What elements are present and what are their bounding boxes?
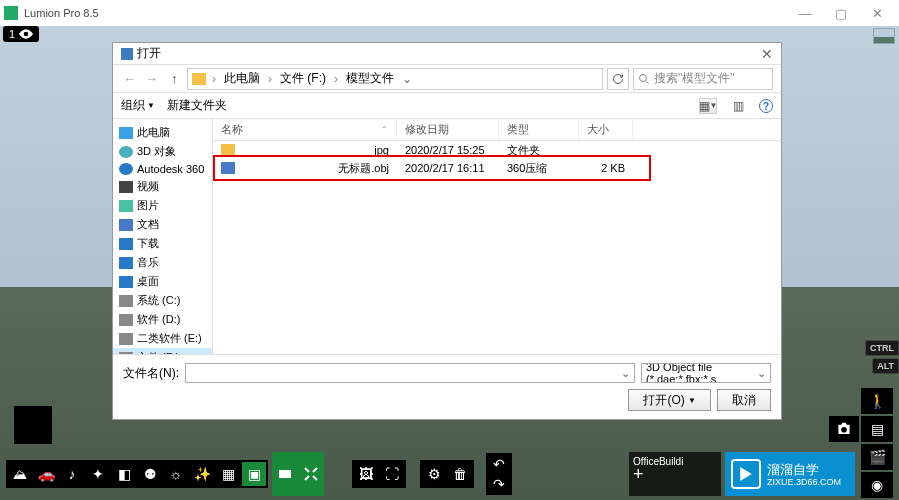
dialog-footer: 文件名(N): ⌄ 3D Object file (*.dae;*.fbx;*.… bbox=[113, 354, 781, 419]
tree-item[interactable]: 视频 bbox=[113, 177, 212, 196]
undo-icon[interactable]: ↶ bbox=[488, 455, 510, 473]
organize-menu[interactable]: 组织▼ bbox=[121, 97, 155, 114]
search-icon bbox=[638, 73, 650, 85]
file-list-rows[interactable]: jpg2020/2/17 15:25文件夹无标题.obj2020/2/17 16… bbox=[213, 141, 781, 354]
trash-icon[interactable]: 🗑 bbox=[448, 462, 472, 486]
tree-item[interactable]: 二类软件 (E:) bbox=[113, 329, 212, 348]
ctrl-key-hint: CTRL bbox=[865, 340, 899, 356]
tree-item[interactable]: 此电脑 bbox=[113, 123, 212, 142]
drive-icon bbox=[119, 238, 133, 250]
indoor-tool-icon[interactable]: ◧ bbox=[112, 462, 136, 486]
viewport-thumbnail[interactable] bbox=[873, 28, 895, 44]
transport-tool-icon[interactable]: 🚗 bbox=[34, 462, 58, 486]
maximize-button[interactable]: ▢ bbox=[823, 4, 859, 22]
tree-label: 文档 bbox=[137, 217, 159, 232]
tree-item[interactable]: Autodesk 360 bbox=[113, 161, 212, 177]
lights-tool-icon[interactable]: ✨ bbox=[190, 462, 214, 486]
filetype-combo[interactable]: 3D Object file (*.dae;*.fbx;*.s⌄ bbox=[641, 363, 771, 383]
tree-item[interactable]: 下载 bbox=[113, 234, 212, 253]
tree-item[interactable]: 3D 对象 bbox=[113, 142, 212, 161]
tree-label: 二类软件 (E:) bbox=[137, 331, 202, 346]
effects-tool-icon[interactable]: ✦ bbox=[86, 462, 110, 486]
preview-pane-button[interactable]: ▥ bbox=[729, 98, 747, 114]
tree-label: 音乐 bbox=[137, 255, 159, 270]
edit-tools: ⚙ 🗑 bbox=[420, 460, 474, 488]
panorama-mode-icon[interactable]: ◉ bbox=[861, 472, 893, 498]
tree-item[interactable]: 文档 bbox=[113, 215, 212, 234]
layer-count: 1 bbox=[9, 28, 15, 40]
tree-label: 此电脑 bbox=[137, 125, 170, 140]
tree-item[interactable]: 图片 bbox=[113, 196, 212, 215]
place-tool-icon[interactable] bbox=[272, 452, 298, 496]
render-mode-icon[interactable]: ▤ bbox=[861, 416, 893, 442]
drive-icon bbox=[119, 333, 133, 345]
back-button[interactable]: ← bbox=[121, 70, 139, 88]
add-model-icon[interactable]: + bbox=[633, 467, 717, 481]
file-list-header[interactable]: 名称⌃ 修改日期 类型 大小 bbox=[213, 119, 781, 141]
model-label-card[interactable]: OfficeBuildi + bbox=[629, 452, 721, 496]
app-title: Lumion Pro 8.5 bbox=[24, 7, 99, 19]
drive-icon bbox=[119, 257, 133, 269]
filename-combo[interactable]: ⌄ bbox=[185, 363, 635, 383]
people-tool-icon[interactable]: ⚉ bbox=[138, 462, 162, 486]
layer-badge[interactable]: 1 bbox=[3, 26, 39, 42]
dialog-title: 打开 bbox=[137, 45, 161, 62]
eye-icon bbox=[19, 29, 33, 39]
undo-redo-tools: ↶ ↷ bbox=[486, 453, 512, 495]
tree-item[interactable]: 音乐 bbox=[113, 253, 212, 272]
tree-label: 系统 (C:) bbox=[137, 293, 180, 308]
tree-item[interactable]: 系统 (C:) bbox=[113, 291, 212, 310]
svg-rect-2 bbox=[279, 470, 291, 478]
search-input[interactable]: 搜索"模型文件" bbox=[633, 68, 773, 90]
walk-mode-icon[interactable]: 🚶 bbox=[861, 388, 893, 414]
expand-icon[interactable]: ⛶ bbox=[380, 462, 404, 486]
tree-item[interactable]: 桌面 bbox=[113, 272, 212, 291]
refresh-button[interactable] bbox=[607, 68, 629, 90]
mass-place-tool-icon[interactable] bbox=[298, 452, 324, 496]
landscape-icon[interactable]: 🖼 bbox=[354, 462, 378, 486]
dialog-close-button[interactable]: ✕ bbox=[761, 46, 773, 62]
crumb-drive[interactable]: 文件 (F:) bbox=[278, 70, 328, 87]
utilities-tool-icon[interactable]: ▦ bbox=[216, 462, 240, 486]
search-placeholder: 搜索"模型文件" bbox=[654, 70, 735, 87]
watermark-text: 溜溜自学 bbox=[767, 462, 841, 477]
forward-button[interactable]: → bbox=[143, 70, 161, 88]
outdoor-tool-icon[interactable]: ☼ bbox=[164, 462, 188, 486]
sound-tool-icon[interactable]: ♪ bbox=[60, 462, 84, 486]
dialog-icon bbox=[121, 48, 133, 60]
folder-tree[interactable]: 此电脑3D 对象Autodesk 360视频图片文档下载音乐桌面系统 (C:)软… bbox=[113, 119, 213, 354]
drive-icon bbox=[119, 276, 133, 288]
new-folder-button[interactable]: 新建文件夹 bbox=[167, 97, 227, 114]
col-type: 类型 bbox=[499, 119, 579, 140]
import-button[interactable] bbox=[14, 406, 52, 444]
movie-mode-icon[interactable]: 🎬 bbox=[861, 444, 893, 470]
app-logo-icon bbox=[4, 6, 18, 20]
tree-item[interactable]: 软件 (D:) bbox=[113, 310, 212, 329]
open-button[interactable]: 打开(O) ▼ bbox=[628, 389, 711, 411]
camera-button[interactable] bbox=[829, 416, 859, 442]
settings-icon[interactable]: ⚙ bbox=[422, 462, 446, 486]
drive-icon bbox=[119, 163, 133, 175]
file-row[interactable]: jpg2020/2/17 15:25文件夹 bbox=[213, 141, 781, 159]
dialog-toolbar: 组织▼ 新建文件夹 ▦▼ ▥ ? bbox=[113, 93, 781, 119]
cancel-button[interactable]: 取消 bbox=[717, 389, 771, 411]
alt-key-hint: ALT bbox=[872, 358, 899, 374]
help-button[interactable]: ? bbox=[759, 99, 773, 113]
path-dropdown[interactable]: ⌄ bbox=[400, 72, 414, 86]
imports-tool-icon[interactable]: ▣ bbox=[242, 462, 266, 486]
redo-icon[interactable]: ↷ bbox=[488, 475, 510, 493]
file-row[interactable]: 无标题.obj2020/2/17 16:11360压缩2 KB bbox=[213, 159, 781, 177]
minimize-button[interactable]: — bbox=[787, 4, 823, 22]
up-button[interactable]: ↑ bbox=[165, 70, 183, 88]
breadcrumb-field[interactable]: 此电脑 文件 (F:) 模型文件 ⌄ bbox=[187, 68, 603, 90]
play-icon bbox=[731, 459, 761, 489]
placement-tools bbox=[272, 452, 324, 496]
crumb-folder[interactable]: 模型文件 bbox=[344, 70, 396, 87]
tree-label: 3D 对象 bbox=[137, 144, 176, 159]
close-app-button[interactable]: ✕ bbox=[859, 4, 895, 22]
model-name: OfficeBuildi bbox=[633, 456, 717, 467]
view-mode-button[interactable]: ▦▼ bbox=[699, 98, 717, 114]
nature-tool-icon[interactable]: ⛰ bbox=[8, 462, 32, 486]
file-icon bbox=[221, 144, 235, 156]
crumb-pc[interactable]: 此电脑 bbox=[222, 70, 262, 87]
